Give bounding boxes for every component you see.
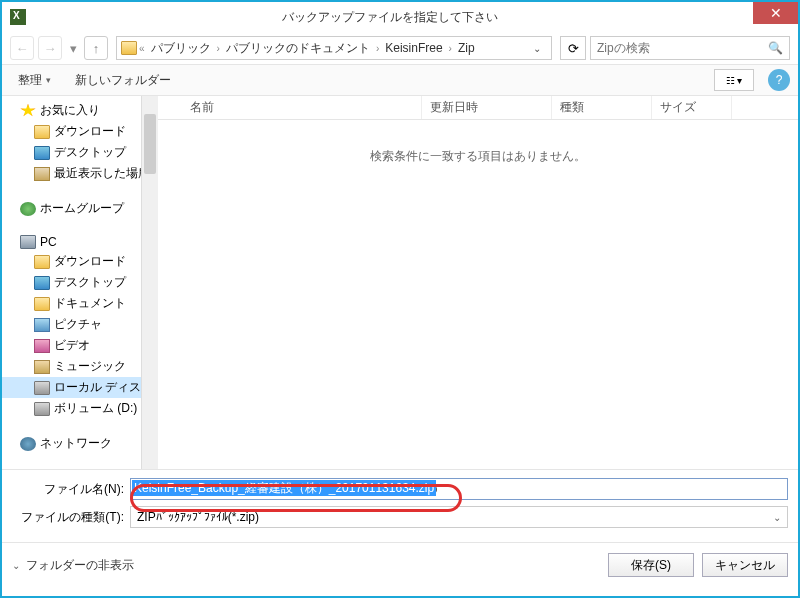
folder-icon [34,125,50,139]
column-name[interactable]: 名前 [182,96,422,119]
back-button[interactable]: ← [10,36,34,60]
hide-folders-toggle[interactable]: ⌄ フォルダーの非表示 [12,557,134,574]
network-icon [20,437,36,451]
chevron-icon: « [139,43,145,54]
forward-button[interactable]: → [38,36,62,60]
breadcrumb-item[interactable]: KeisinFree [381,41,446,55]
scrollbar[interactable] [141,96,158,469]
filename-input[interactable] [130,478,788,500]
save-button[interactable]: 保存(S) [608,553,694,577]
breadcrumb-dropdown[interactable]: ⌄ [527,43,547,54]
sidebar-pc-desktop[interactable]: デスクトップ [2,272,141,293]
recent-dropdown[interactable]: ▾ [66,36,80,60]
chevron-right-icon: › [376,43,379,54]
pc-icon [20,235,36,249]
empty-message: 検索条件に一致する項目はありません。 [158,148,798,165]
breadcrumb-item[interactable]: パブリックのドキュメント [222,40,374,57]
view-options-button[interactable]: ☷ ▾ [714,69,754,91]
videos-icon [34,339,50,353]
sidebar-pc-documents[interactable]: ドキュメント [2,293,141,314]
breadcrumb-item[interactable]: Zip [454,41,479,55]
app-icon [10,9,26,25]
chevron-right-icon: › [449,43,452,54]
close-button[interactable]: ✕ [753,2,798,24]
sidebar-pc[interactable]: PC [2,233,141,251]
recent-icon [34,167,50,181]
sidebar-pc-pictures[interactable]: ピクチャ [2,314,141,335]
form-area: ファイル名(N): KeisinFree_Backup_経審建設（株）_2017… [2,469,798,542]
up-button[interactable]: ↑ [84,36,108,60]
chevron-down-icon: ⌄ [773,512,781,523]
sidebar-pc-downloads[interactable]: ダウンロード [2,251,141,272]
desktop-icon [34,276,50,290]
search-box[interactable]: 🔍 [590,36,790,60]
sidebar-desktop[interactable]: デスクトップ [2,142,141,163]
search-icon[interactable]: 🔍 [768,41,783,55]
sidebar-favorites[interactable]: お気に入り [2,100,141,121]
pictures-icon [34,318,50,332]
cancel-button[interactable]: キャンセル [702,553,788,577]
star-icon [20,104,36,118]
desktop-icon [34,146,50,160]
chevron-right-icon: › [217,43,220,54]
folder-icon [34,255,50,269]
window-title: バックアップファイルを指定して下さい [26,9,753,26]
filetype-label: ファイルの種類(T): [12,509,130,526]
titlebar: バックアップファイルを指定して下さい ✕ [2,2,798,32]
toolbar: 整理 新しいフォルダー ☷ ▾ ? [2,64,798,96]
sidebar-downloads[interactable]: ダウンロード [2,121,141,142]
music-icon [34,360,50,374]
help-button[interactable]: ? [768,69,790,91]
folder-icon [121,41,137,55]
sidebar-pc-volume[interactable]: ボリューム (D:) [2,398,141,419]
search-input[interactable] [597,41,768,55]
document-icon [34,297,50,311]
sidebar-network[interactable]: ネットワーク [2,433,141,454]
homegroup-icon [20,202,36,216]
column-headers: 名前 更新日時 種類 サイズ [158,96,798,120]
sidebar-pc-videos[interactable]: ビデオ [2,335,141,356]
column-type[interactable]: 種類 [552,96,652,119]
filename-label: ファイル名(N): [12,481,130,498]
new-folder-button[interactable]: 新しいフォルダー [67,68,179,93]
navbar: ← → ▾ ↑ « パブリック › パブリックのドキュメント › KeisinF… [2,32,798,64]
organize-button[interactable]: 整理 [10,68,59,93]
sidebar-homegroup[interactable]: ホームグループ [2,198,141,219]
sidebar-pc-localdisk[interactable]: ローカル ディスク (C [2,377,141,398]
chevron-down-icon: ⌄ [12,560,20,571]
filetype-select[interactable]: ZIPﾊﾞｯｸｱｯﾌﾟﾌｧｲﾙ(*.zip) ⌄ [130,506,788,528]
disk-icon [34,381,50,395]
file-list: 名前 更新日時 種類 サイズ 検索条件に一致する項目はありません。 [158,96,798,469]
column-size[interactable]: サイズ [652,96,732,119]
sidebar-recent[interactable]: 最近表示した場所 [2,163,141,184]
sidebar: お気に入り ダウンロード デスクトップ 最近表示した場所 ホームグループ PC … [2,96,158,469]
disk-icon [34,402,50,416]
sidebar-pc-music[interactable]: ミュージック [2,356,141,377]
column-date[interactable]: 更新日時 [422,96,552,119]
refresh-button[interactable]: ⟳ [560,36,586,60]
breadcrumb-item[interactable]: パブリック [147,40,215,57]
breadcrumb[interactable]: « パブリック › パブリックのドキュメント › KeisinFree › Zi… [116,36,552,60]
footer: ⌄ フォルダーの非表示 保存(S) キャンセル [2,542,798,587]
